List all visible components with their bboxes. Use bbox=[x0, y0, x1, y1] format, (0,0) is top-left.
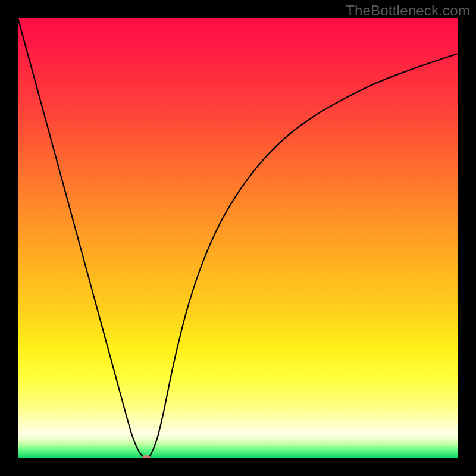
bottleneck-curve-path bbox=[18, 18, 458, 458]
curve-svg bbox=[18, 18, 458, 458]
chart-frame: TheBottleneck.com bbox=[0, 0, 476, 476]
watermark-text: TheBottleneck.com bbox=[346, 2, 470, 19]
plot-area bbox=[18, 18, 458, 458]
nadir-marker bbox=[142, 455, 151, 458]
